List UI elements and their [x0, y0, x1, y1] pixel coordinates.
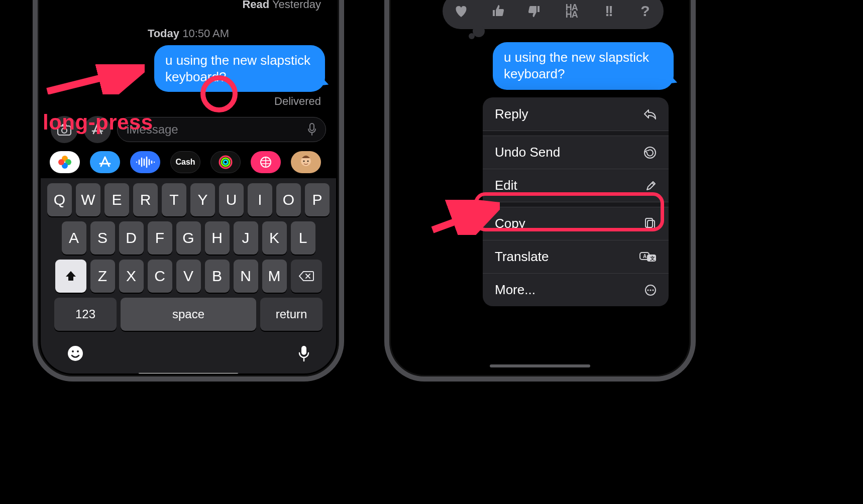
imessage-app-strip: Cash [41, 147, 336, 178]
home-indicator[interactable] [138, 373, 239, 373]
keyboard-row-2: ASDFGHJKL [45, 221, 332, 255]
tapback-thumbs-down[interactable] [523, 0, 546, 22]
key-n[interactable]: N [234, 260, 258, 293]
question-icon: ? [640, 3, 650, 20]
shift-icon [65, 270, 77, 282]
menu-undo-send[interactable]: Undo Send [483, 136, 669, 169]
tapback-heart[interactable] [450, 0, 472, 22]
annotation-circle [200, 75, 238, 112]
key-u[interactable]: U [219, 183, 244, 216]
backspace-icon [298, 270, 314, 282]
dictate-button[interactable] [307, 123, 316, 136]
svg-rect-3 [310, 123, 314, 131]
dictation-button[interactable] [298, 345, 310, 362]
memoji-avatar-icon [298, 154, 314, 170]
svg-point-14 [307, 160, 308, 162]
appstore-app[interactable] [90, 151, 120, 173]
emoji-button[interactable] [67, 345, 84, 362]
context-menu: Reply Undo Send Edit Copy [483, 97, 669, 306]
svg-point-28 [647, 289, 649, 291]
key-j[interactable]: J [234, 221, 258, 255]
sent-message-bubble[interactable]: u using the new slapstick keyboard? [154, 45, 325, 92]
waveform-icon [135, 156, 155, 168]
key-r[interactable]: R [133, 183, 158, 216]
tapback-exclaim[interactable]: !! [597, 0, 619, 22]
svg-point-16 [72, 350, 74, 352]
svg-rect-21 [648, 220, 655, 229]
keyboard-row-4: 123 space return [45, 298, 332, 331]
keyboard-row-3: ZXCVBNM [45, 260, 332, 293]
svg-line-19 [47, 68, 140, 91]
apple-cash-app[interactable]: Cash [170, 151, 200, 173]
key-y[interactable]: Y [190, 183, 215, 216]
numbers-key[interactable]: 123 [54, 298, 117, 331]
shift-key[interactable] [55, 260, 86, 293]
sent-message-bubble[interactable]: u using the new slapstick keyboard? [493, 42, 674, 90]
message-row-right: u using the new slapstick keyboard? [493, 42, 674, 90]
key-m[interactable]: M [262, 260, 287, 293]
space-key[interactable]: space [121, 298, 256, 331]
svg-text:A: A [643, 254, 646, 259]
key-p[interactable]: P [305, 183, 330, 216]
key-d[interactable]: D [119, 221, 144, 255]
key-t[interactable]: T [162, 183, 186, 216]
annotation-arrow-left [44, 64, 145, 94]
return-key[interactable]: return [260, 298, 322, 331]
phone-left: Read Yesterday Today 10:50 AM u using th… [33, 0, 344, 382]
key-h[interactable]: H [205, 221, 230, 255]
photos-icon [58, 155, 72, 169]
key-e[interactable]: E [104, 183, 129, 216]
tapback-haha[interactable]: HAHA [561, 0, 583, 22]
undo-icon [643, 146, 657, 159]
key-x[interactable]: X [119, 260, 144, 293]
timestamp: Today 10:50 AM [41, 27, 336, 40]
fitness-app[interactable] [210, 151, 241, 173]
menu-edit[interactable]: Edit [483, 169, 669, 202]
microphone-icon [307, 123, 316, 136]
menu-edit-label: Edit [495, 178, 517, 193]
key-o[interactable]: O [276, 183, 301, 216]
delivered-status: Delivered [41, 92, 336, 113]
key-b[interactable]: B [205, 260, 230, 293]
menu-reply[interactable]: Reply [483, 97, 669, 131]
key-w[interactable]: W [76, 183, 100, 216]
key-a[interactable]: A [62, 221, 86, 255]
menu-translate[interactable]: Translate A文 [483, 240, 669, 273]
screen-right: HAHA !! ? u using the new slapstick keyb… [392, 0, 688, 373]
svg-text:文: 文 [650, 256, 655, 261]
cash-label: Cash [175, 158, 195, 167]
key-q[interactable]: Q [47, 183, 72, 216]
key-f[interactable]: F [148, 221, 172, 255]
audio-app[interactable] [130, 151, 160, 173]
menu-translate-label: Translate [495, 249, 549, 265]
activity-rings-icon [218, 155, 233, 170]
read-time: Yesterday [272, 0, 321, 11]
key-s[interactable]: S [90, 221, 115, 255]
svg-point-29 [650, 289, 651, 291]
memoji-app[interactable] [291, 151, 321, 173]
menu-more[interactable]: More... [483, 273, 669, 306]
keyboard-bottom-bar [45, 336, 332, 364]
hashtag-images-app[interactable] [251, 151, 281, 173]
annotation-label-long-press: long-press [43, 110, 153, 135]
key-c[interactable]: C [148, 260, 172, 293]
read-label: Read [242, 0, 269, 11]
screen-left: Read Yesterday Today 10:50 AM u using th… [41, 0, 336, 373]
timestamp-day: Today [148, 27, 179, 40]
key-l[interactable]: L [291, 221, 315, 255]
key-v[interactable]: V [176, 260, 201, 293]
key-g[interactable]: G [176, 221, 201, 255]
home-indicator[interactable] [490, 364, 590, 367]
exclaim-icon: !! [605, 3, 612, 20]
key-i[interactable]: I [248, 183, 272, 216]
menu-copy[interactable]: Copy [483, 207, 669, 240]
photos-app[interactable] [50, 151, 80, 173]
key-k[interactable]: K [262, 221, 287, 255]
tapback-thumbs-up[interactable] [487, 0, 509, 22]
tapback-question[interactable]: ? [634, 0, 656, 22]
copy-icon [644, 217, 657, 230]
key-z[interactable]: Z [90, 260, 115, 293]
backspace-key[interactable] [291, 260, 322, 293]
microphone-icon [298, 345, 310, 362]
svg-rect-18 [301, 346, 306, 355]
